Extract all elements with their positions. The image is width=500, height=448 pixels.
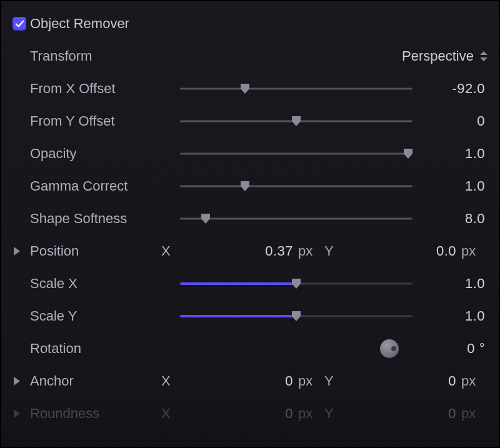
scale-x-row: Scale X 1.0	[12, 267, 488, 300]
scale-y-row: Scale Y 1.0	[12, 300, 488, 332]
position-y-unit: px	[461, 243, 488, 259]
transform-select[interactable]: Perspective	[406, 48, 488, 64]
shape-softness-label: Shape Softness	[30, 211, 174, 227]
slider-thumb-icon	[290, 277, 302, 290]
dial-icon	[380, 339, 399, 358]
scale-x-label: Scale X	[30, 276, 174, 292]
transform-row: Transform Perspective	[12, 40, 488, 72]
roundness-y-unit: px	[461, 406, 488, 422]
anchor-label: Anchor	[30, 373, 161, 389]
from-x-offset-slider[interactable]	[180, 81, 412, 96]
anchor-y-axis: Y	[324, 373, 343, 389]
position-x-value[interactable]: 0.37	[180, 243, 298, 259]
from-y-offset-slider[interactable]	[180, 114, 412, 129]
from-x-offset-label: From X Offset	[30, 81, 174, 97]
check-icon	[15, 19, 24, 29]
select-arrows-icon	[480, 51, 488, 61]
roundness-y-value[interactable]: 0	[343, 406, 461, 422]
anchor-x-value[interactable]: 0	[180, 373, 298, 389]
gamma-correct-slider[interactable]	[180, 179, 412, 194]
position-x-unit: px	[298, 243, 324, 259]
slider-thumb-icon	[290, 310, 302, 322]
transform-label: Transform	[30, 48, 174, 64]
slider-thumb-icon	[402, 147, 414, 160]
anchor-row: Anchor X 0 px Y 0 px	[12, 365, 488, 397]
anchor-x-axis: X	[161, 373, 180, 389]
rotation-label: Rotation	[30, 341, 174, 357]
rotation-value[interactable]: 0 °	[406, 341, 488, 357]
opacity-value[interactable]: 1.0	[406, 146, 488, 162]
slider-thumb-icon	[239, 82, 251, 95]
scale-y-value[interactable]: 1.0	[406, 308, 488, 324]
roundness-y-axis: Y	[324, 406, 343, 422]
shape-softness-value[interactable]: 8.0	[406, 211, 488, 227]
opacity-row: Opacity 1.0	[12, 137, 488, 170]
scale-x-slider[interactable]	[180, 276, 412, 291]
from-x-offset-row: From X Offset -92.0	[12, 72, 488, 105]
effect-header: Object Remover	[12, 7, 488, 40]
slider-thumb-icon	[199, 212, 212, 225]
shape-softness-row: Shape Softness 8.0	[12, 202, 488, 235]
from-x-offset-value[interactable]: -92.0	[406, 81, 488, 97]
position-label: Position	[30, 243, 161, 259]
from-y-offset-row: From Y Offset 0	[12, 105, 488, 137]
position-y-axis: Y	[324, 243, 343, 259]
rotation-dial[interactable]	[180, 339, 412, 359]
opacity-label: Opacity	[30, 146, 174, 162]
transform-value: Perspective	[402, 48, 474, 64]
gamma-correct-label: Gamma Correct	[30, 178, 174, 194]
slider-thumb-icon	[290, 115, 302, 127]
scale-x-value[interactable]: 1.0	[406, 276, 488, 292]
effect-title: Object Remover	[30, 16, 174, 32]
position-x-axis: X	[161, 243, 180, 259]
anchor-y-unit: px	[461, 373, 488, 389]
gamma-correct-row: Gamma Correct 1.0	[12, 170, 488, 202]
roundness-x-axis: X	[161, 406, 180, 422]
slider-thumb-icon	[239, 180, 251, 192]
anchor-y-value[interactable]: 0	[343, 373, 461, 389]
roundness-row: Roundness X 0 px Y 0 px	[12, 397, 488, 430]
scale-y-slider[interactable]	[180, 309, 412, 324]
disclosure-triangle-icon[interactable]	[14, 377, 20, 386]
effect-enabled-checkbox[interactable]	[12, 17, 26, 31]
gamma-correct-value[interactable]: 1.0	[406, 178, 488, 194]
anchor-x-unit: px	[298, 373, 324, 389]
disclosure-triangle-icon[interactable]	[14, 409, 20, 418]
roundness-x-value[interactable]: 0	[180, 406, 298, 422]
roundness-x-unit: px	[298, 406, 324, 422]
position-y-value[interactable]: 0.0	[343, 243, 461, 259]
shape-softness-slider[interactable]	[180, 211, 412, 226]
from-y-offset-label: From Y Offset	[30, 113, 174, 129]
from-y-offset-value[interactable]: 0	[406, 113, 488, 129]
scale-y-label: Scale Y	[30, 308, 174, 324]
roundness-label: Roundness	[30, 406, 161, 422]
opacity-slider[interactable]	[180, 146, 412, 161]
rotation-row: Rotation 0 °	[12, 332, 488, 365]
position-row: Position X 0.37 px Y 0.0 px	[12, 235, 488, 267]
disclosure-triangle-icon[interactable]	[14, 247, 20, 256]
